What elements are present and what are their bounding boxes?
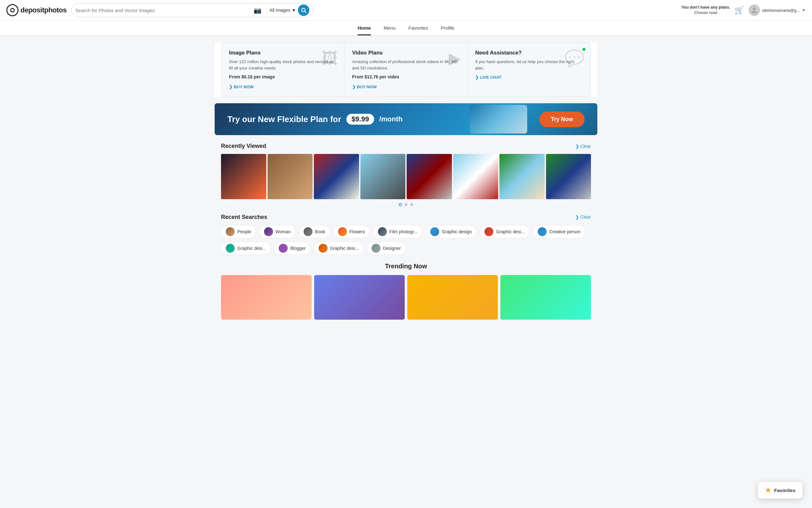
trending-section: Trending Now [215,263,597,320]
tag-label-film: Film photogr... [389,229,418,234]
search-tag-people[interactable]: People [221,225,256,239]
tag-icon-people [226,227,235,236]
video-plans-title: Video Plans [352,50,460,56]
image-plans-card: Image Plans Over 122 million high-qualit… [221,43,344,96]
search-bar: 📷 All Images ▼ [71,3,313,17]
image-icon: 🖼 [322,49,338,68]
user-icon [750,6,759,15]
tag-icon-graphic4 [319,244,327,253]
video-icon: ▶ [449,49,461,68]
search-tag-graphic-desi-3[interactable]: Graphic desi... [221,242,271,255]
tag-label-people: People [237,229,251,234]
svg-line-1 [305,11,306,12]
trending-thumb-1[interactable] [221,275,312,320]
trending-title: Trending Now [221,263,591,270]
trending-thumb-4[interactable] [500,275,591,320]
chat-icon: 💬 [565,49,584,68]
live-chat-link[interactable]: LIVE CHAT [475,75,501,80]
nav-profile[interactable]: Profile [441,25,455,35]
image-plans-desc: Over 122 million high-quality stock phot… [229,59,337,71]
image-plans-title: Image Plans [229,50,337,56]
tag-label-book: Book [315,229,325,234]
search-button[interactable] [298,4,309,16]
recent-searches-section: Recent Searches Clear People Woman Book … [215,214,597,255]
tag-label-graphic-desi-2: Graphic desi... [496,229,525,234]
search-tag-creative[interactable]: Creative person [533,225,586,239]
recent-searches-header: Recent Searches Clear [221,214,591,220]
banner-illustration [463,103,534,135]
search-divider [267,6,267,14]
user-menu[interactable]: sibirtsevamaria@g... ▼ [748,4,806,16]
tag-label-graphic-desi-3: Graphic desi... [237,246,266,251]
thumbnail-flag[interactable] [314,154,359,199]
search-tag-graphic-desi-4[interactable]: Graphic desi... [314,242,363,255]
cart-icon[interactable]: 🛒 [735,6,744,15]
logo[interactable]: depositphotos [6,4,67,16]
logo-text: depositphotos [21,6,67,14]
banner-month: /month [379,115,402,123]
assistance-card: Need Assistance? If you have questions, … [468,43,591,96]
tag-icon-graphic3 [226,244,235,253]
plans-grid: Image Plans Over 122 million high-qualit… [221,42,591,97]
thumbnail-cemetery[interactable] [546,154,591,199]
dot-2[interactable] [404,203,408,206]
search-input[interactable] [75,8,251,13]
video-plans-buy-link[interactable]: BUY NOW [352,84,377,89]
nav-menu[interactable]: Menu [384,25,396,35]
recently-viewed-clear-button[interactable]: Clear [575,144,591,149]
tag-icon-creative [538,227,547,236]
tag-icon-film [378,227,387,236]
chevron-down-icon: ▼ [292,8,296,13]
no-plans-line1: You don't have any plans. [682,5,730,9]
thumbnail-fireworks[interactable] [221,154,266,199]
video-plans-desc: Amazing collection of professional stock… [352,59,460,71]
search-tag-book[interactable]: Book [299,225,330,239]
search-tag-blogger[interactable]: Blogger [274,242,310,255]
video-plans-price: From $12.76 per video [352,74,460,79]
trending-thumb-3[interactable] [407,275,498,320]
logo-icon [6,4,18,16]
thumbnail-heart[interactable] [453,154,499,199]
video-plans-card: Video Plans Amazing collection of profes… [344,43,468,96]
avatar [748,4,760,16]
camera-icon[interactable]: 📷 [254,6,262,14]
recent-searches-title: Recent Searches [221,214,267,220]
recent-searches-clear-button[interactable]: Clear [575,214,591,220]
thumbnail-group[interactable] [268,154,313,199]
image-plans-buy-link[interactable]: BUY NOW [229,84,254,89]
nav-favorites[interactable]: Favorites [409,25,428,35]
tag-label-graphic-desi-4: Graphic desi... [330,246,359,251]
search-tag-flowers[interactable]: Flowers [333,225,370,239]
search-tag-film[interactable]: Film photogr... [373,225,423,239]
tag-icon-woman [264,227,273,236]
tag-label-flowers: Flowers [350,229,365,234]
filter-dropdown[interactable]: All Images ▼ [270,8,296,13]
dot-1[interactable] [399,203,402,206]
logo-brand: depositphotos [21,6,67,14]
search-tag-designer[interactable]: Designer [367,242,406,255]
no-plans-line2: Choose now! [694,10,718,15]
tag-label-graphic-design: Graphic design [442,229,472,234]
logo-inner-circle [10,8,15,12]
search-tag-woman[interactable]: Woman [259,225,296,239]
dot-3[interactable] [410,203,413,206]
tag-icon-blogger [279,244,288,253]
trending-thumb-2[interactable] [314,275,405,320]
nav-home[interactable]: Home [357,25,371,35]
header: depositphotos 📷 All Images ▼ You don't h… [0,0,812,21]
try-now-button[interactable]: Try Now [539,112,585,127]
trending-thumbnails [221,275,591,320]
main-nav: Home Menu Favorites Profile [0,21,812,36]
thumbnail-declaration[interactable] [407,154,452,199]
thumbnail-sunset[interactable] [499,154,545,199]
search-tag-graphic-desi-2[interactable]: Graphic desi... [480,225,530,239]
thumbnail-eagle[interactable] [360,154,406,199]
search-tag-graphic-design[interactable]: Graphic design [425,225,476,239]
promo-banner: Try our New Flexible Plan for $9.99 /mon… [215,103,597,135]
searches-grid: People Woman Book Flowers Film photogr..… [221,225,591,255]
tag-label-creative: Creative person [549,229,581,234]
banner-text-area: Try our New Flexible Plan for $9.99 /mon… [227,114,402,125]
header-right: You don't have any plans. Choose now! 🛒 … [682,4,806,16]
banner-text-before: Try our New Flexible Plan for [227,115,341,124]
tag-icon-designer [372,244,381,253]
